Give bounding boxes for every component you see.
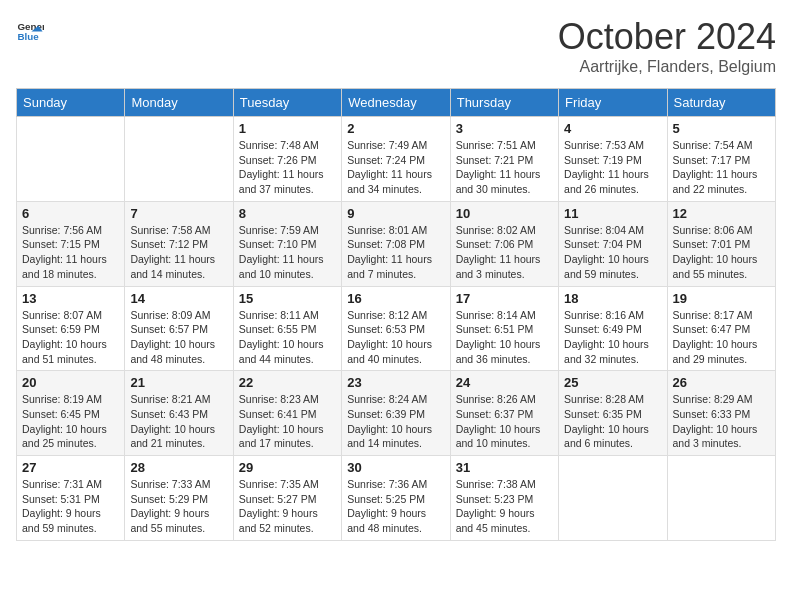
weekday-header: Wednesday (342, 89, 450, 117)
week-row: 13Sunrise: 8:07 AM Sunset: 6:59 PM Dayli… (17, 286, 776, 371)
day-number: 16 (347, 291, 444, 306)
weekday-header: Saturday (667, 89, 775, 117)
calendar-cell: 7Sunrise: 7:58 AM Sunset: 7:12 PM Daylig… (125, 201, 233, 286)
day-number: 9 (347, 206, 444, 221)
calendar-cell: 24Sunrise: 8:26 AM Sunset: 6:37 PM Dayli… (450, 371, 558, 456)
weekday-header: Sunday (17, 89, 125, 117)
day-number: 11 (564, 206, 661, 221)
calendar-cell (17, 117, 125, 202)
title-block: October 2024 Aartrijke, Flanders, Belgiu… (558, 16, 776, 76)
day-number: 15 (239, 291, 336, 306)
calendar-cell: 26Sunrise: 8:29 AM Sunset: 6:33 PM Dayli… (667, 371, 775, 456)
week-row: 27Sunrise: 7:31 AM Sunset: 5:31 PM Dayli… (17, 456, 776, 541)
day-info: Sunrise: 8:04 AM Sunset: 7:04 PM Dayligh… (564, 223, 661, 282)
logo-icon: General Blue (16, 16, 44, 44)
day-info: Sunrise: 8:17 AM Sunset: 6:47 PM Dayligh… (673, 308, 770, 367)
day-number: 25 (564, 375, 661, 390)
day-info: Sunrise: 8:06 AM Sunset: 7:01 PM Dayligh… (673, 223, 770, 282)
day-number: 17 (456, 291, 553, 306)
calendar-cell: 17Sunrise: 8:14 AM Sunset: 6:51 PM Dayli… (450, 286, 558, 371)
day-number: 30 (347, 460, 444, 475)
day-number: 5 (673, 121, 770, 136)
day-info: Sunrise: 7:38 AM Sunset: 5:23 PM Dayligh… (456, 477, 553, 536)
day-number: 6 (22, 206, 119, 221)
calendar-cell: 10Sunrise: 8:02 AM Sunset: 7:06 PM Dayli… (450, 201, 558, 286)
day-number: 29 (239, 460, 336, 475)
day-number: 19 (673, 291, 770, 306)
day-number: 31 (456, 460, 553, 475)
day-info: Sunrise: 8:29 AM Sunset: 6:33 PM Dayligh… (673, 392, 770, 451)
day-number: 23 (347, 375, 444, 390)
calendar-cell (125, 117, 233, 202)
day-info: Sunrise: 7:56 AM Sunset: 7:15 PM Dayligh… (22, 223, 119, 282)
day-info: Sunrise: 8:23 AM Sunset: 6:41 PM Dayligh… (239, 392, 336, 451)
page-header: General Blue October 2024 Aartrijke, Fla… (16, 16, 776, 76)
day-number: 7 (130, 206, 227, 221)
day-info: Sunrise: 7:54 AM Sunset: 7:17 PM Dayligh… (673, 138, 770, 197)
day-number: 24 (456, 375, 553, 390)
weekday-header: Monday (125, 89, 233, 117)
day-info: Sunrise: 8:07 AM Sunset: 6:59 PM Dayligh… (22, 308, 119, 367)
svg-text:Blue: Blue (17, 31, 39, 42)
day-info: Sunrise: 8:14 AM Sunset: 6:51 PM Dayligh… (456, 308, 553, 367)
day-number: 1 (239, 121, 336, 136)
day-info: Sunrise: 8:19 AM Sunset: 6:45 PM Dayligh… (22, 392, 119, 451)
calendar-cell: 8Sunrise: 7:59 AM Sunset: 7:10 PM Daylig… (233, 201, 341, 286)
day-info: Sunrise: 8:26 AM Sunset: 6:37 PM Dayligh… (456, 392, 553, 451)
day-info: Sunrise: 8:24 AM Sunset: 6:39 PM Dayligh… (347, 392, 444, 451)
day-number: 14 (130, 291, 227, 306)
week-row: 20Sunrise: 8:19 AM Sunset: 6:45 PM Dayli… (17, 371, 776, 456)
calendar-cell: 12Sunrise: 8:06 AM Sunset: 7:01 PM Dayli… (667, 201, 775, 286)
day-number: 18 (564, 291, 661, 306)
day-info: Sunrise: 8:16 AM Sunset: 6:49 PM Dayligh… (564, 308, 661, 367)
calendar-cell: 19Sunrise: 8:17 AM Sunset: 6:47 PM Dayli… (667, 286, 775, 371)
day-info: Sunrise: 8:11 AM Sunset: 6:55 PM Dayligh… (239, 308, 336, 367)
calendar-cell: 4Sunrise: 7:53 AM Sunset: 7:19 PM Daylig… (559, 117, 667, 202)
weekday-header: Thursday (450, 89, 558, 117)
calendar-cell: 20Sunrise: 8:19 AM Sunset: 6:45 PM Dayli… (17, 371, 125, 456)
calendar-cell: 29Sunrise: 7:35 AM Sunset: 5:27 PM Dayli… (233, 456, 341, 541)
calendar-cell: 22Sunrise: 8:23 AM Sunset: 6:41 PM Dayli… (233, 371, 341, 456)
day-info: Sunrise: 7:36 AM Sunset: 5:25 PM Dayligh… (347, 477, 444, 536)
day-number: 22 (239, 375, 336, 390)
calendar-cell (667, 456, 775, 541)
calendar-cell: 6Sunrise: 7:56 AM Sunset: 7:15 PM Daylig… (17, 201, 125, 286)
day-info: Sunrise: 7:31 AM Sunset: 5:31 PM Dayligh… (22, 477, 119, 536)
calendar-cell: 23Sunrise: 8:24 AM Sunset: 6:39 PM Dayli… (342, 371, 450, 456)
calendar-cell: 27Sunrise: 7:31 AM Sunset: 5:31 PM Dayli… (17, 456, 125, 541)
weekday-header: Tuesday (233, 89, 341, 117)
day-number: 13 (22, 291, 119, 306)
calendar-cell (559, 456, 667, 541)
calendar-cell: 30Sunrise: 7:36 AM Sunset: 5:25 PM Dayli… (342, 456, 450, 541)
calendar-cell: 28Sunrise: 7:33 AM Sunset: 5:29 PM Dayli… (125, 456, 233, 541)
day-info: Sunrise: 7:53 AM Sunset: 7:19 PM Dayligh… (564, 138, 661, 197)
calendar-table: SundayMondayTuesdayWednesdayThursdayFrid… (16, 88, 776, 541)
calendar-cell: 3Sunrise: 7:51 AM Sunset: 7:21 PM Daylig… (450, 117, 558, 202)
calendar-cell: 5Sunrise: 7:54 AM Sunset: 7:17 PM Daylig… (667, 117, 775, 202)
calendar-cell: 1Sunrise: 7:48 AM Sunset: 7:26 PM Daylig… (233, 117, 341, 202)
day-info: Sunrise: 8:21 AM Sunset: 6:43 PM Dayligh… (130, 392, 227, 451)
day-info: Sunrise: 8:01 AM Sunset: 7:08 PM Dayligh… (347, 223, 444, 282)
day-info: Sunrise: 7:35 AM Sunset: 5:27 PM Dayligh… (239, 477, 336, 536)
calendar-cell: 14Sunrise: 8:09 AM Sunset: 6:57 PM Dayli… (125, 286, 233, 371)
day-number: 10 (456, 206, 553, 221)
month-title: October 2024 (558, 16, 776, 58)
week-row: 6Sunrise: 7:56 AM Sunset: 7:15 PM Daylig… (17, 201, 776, 286)
day-info: Sunrise: 7:49 AM Sunset: 7:24 PM Dayligh… (347, 138, 444, 197)
calendar-cell: 15Sunrise: 8:11 AM Sunset: 6:55 PM Dayli… (233, 286, 341, 371)
day-number: 8 (239, 206, 336, 221)
calendar-cell: 13Sunrise: 8:07 AM Sunset: 6:59 PM Dayli… (17, 286, 125, 371)
day-info: Sunrise: 7:59 AM Sunset: 7:10 PM Dayligh… (239, 223, 336, 282)
week-row: 1Sunrise: 7:48 AM Sunset: 7:26 PM Daylig… (17, 117, 776, 202)
day-info: Sunrise: 7:58 AM Sunset: 7:12 PM Dayligh… (130, 223, 227, 282)
day-info: Sunrise: 8:09 AM Sunset: 6:57 PM Dayligh… (130, 308, 227, 367)
day-info: Sunrise: 8:12 AM Sunset: 6:53 PM Dayligh… (347, 308, 444, 367)
day-number: 27 (22, 460, 119, 475)
calendar-cell: 16Sunrise: 8:12 AM Sunset: 6:53 PM Dayli… (342, 286, 450, 371)
day-info: Sunrise: 8:28 AM Sunset: 6:35 PM Dayligh… (564, 392, 661, 451)
calendar-cell: 31Sunrise: 7:38 AM Sunset: 5:23 PM Dayli… (450, 456, 558, 541)
day-info: Sunrise: 7:48 AM Sunset: 7:26 PM Dayligh… (239, 138, 336, 197)
day-number: 28 (130, 460, 227, 475)
calendar-cell: 25Sunrise: 8:28 AM Sunset: 6:35 PM Dayli… (559, 371, 667, 456)
weekday-header-row: SundayMondayTuesdayWednesdayThursdayFrid… (17, 89, 776, 117)
